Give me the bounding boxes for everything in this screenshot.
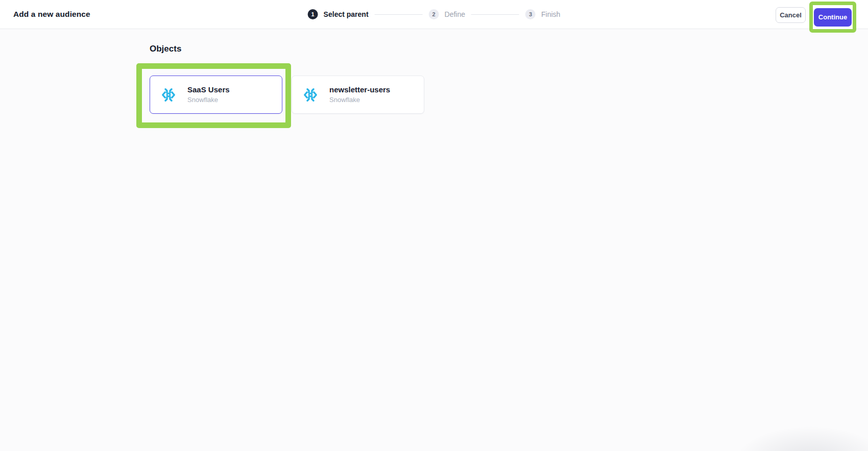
- step-3-label: Finish: [541, 10, 560, 18]
- object-card-newsletter-users[interactable]: newsletter-users Snowflake: [292, 76, 424, 114]
- card-text: newsletter-users Snowflake: [329, 86, 390, 104]
- continue-button[interactable]: Continue: [814, 8, 852, 27]
- step-1-label: Select parent: [324, 10, 369, 18]
- step-connector-2: [471, 14, 519, 15]
- step-connector-1: [375, 14, 423, 15]
- annotation-highlight-continue: Continue: [809, 2, 856, 33]
- step-finish: 3 Finish: [525, 9, 560, 19]
- card-source-label: Snowflake: [329, 96, 390, 104]
- page-title: Add a new audience: [13, 10, 90, 19]
- card-title: newsletter-users: [329, 86, 390, 94]
- step-define: 2 Define: [429, 9, 465, 19]
- object-card-list: SaaS Users Snowflake: [150, 76, 424, 114]
- card-source-label: Snowflake: [187, 96, 230, 104]
- snowflake-icon: [303, 87, 318, 103]
- step-2-label: Define: [445, 10, 465, 18]
- objects-heading: Objects: [150, 44, 181, 54]
- main-content: Objects: [0, 30, 868, 451]
- header: Add a new audience 1 Select parent 2 Def…: [0, 0, 868, 29]
- snowflake-icon: [161, 87, 176, 103]
- step-3-indicator: 3: [525, 9, 536, 19]
- card-text: SaaS Users Snowflake: [187, 86, 230, 104]
- cancel-button[interactable]: Cancel: [776, 7, 806, 23]
- card-title: SaaS Users: [187, 86, 230, 94]
- step-1-indicator: 1: [308, 9, 318, 19]
- step-select-parent: 1 Select parent: [308, 9, 369, 19]
- audience-wizard-screen: Add a new audience 1 Select parent 2 Def…: [0, 0, 868, 451]
- wizard-stepper: 1 Select parent 2 Define 3 Finish: [308, 9, 561, 19]
- object-card-saas-users[interactable]: SaaS Users Snowflake: [150, 76, 282, 114]
- step-2-indicator: 2: [429, 9, 439, 19]
